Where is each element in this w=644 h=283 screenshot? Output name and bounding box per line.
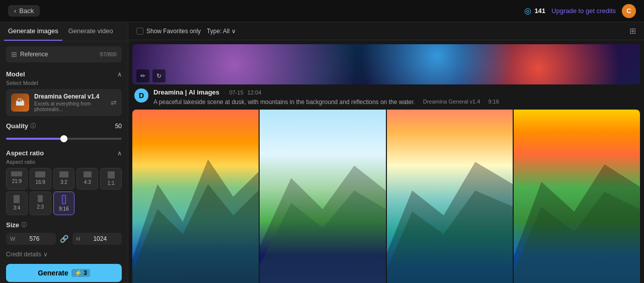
- post-separator: ·: [223, 88, 225, 96]
- aspect-ratio-toggle-icon[interactable]: ∧: [117, 150, 122, 157]
- post-duration: 9:16: [488, 99, 499, 105]
- content-area: Show Favorites only Type: All ∨ ⊞ ✏ ↻: [128, 22, 644, 283]
- svg-marker-7: [514, 192, 640, 283]
- aspect-1-1[interactable]: 1:1: [100, 168, 122, 190]
- aspect-2-3[interactable]: 2:3: [30, 192, 51, 215]
- post-description-row: A peaceful lakeside scene at dusk, with …: [153, 97, 638, 107]
- back-label: Back: [19, 7, 34, 15]
- type-filter-label: Type: All: [207, 28, 229, 35]
- post-avatar-initial: D: [139, 91, 144, 100]
- reference-count: 97/800: [100, 51, 117, 57]
- aspect-4-3[interactable]: 4:3: [76, 168, 98, 190]
- credit-details[interactable]: Credit details ∨: [0, 249, 128, 262]
- post-avatar: D: [134, 88, 148, 103]
- quality-section: Quality ⓘ 50: [0, 120, 128, 145]
- size-info-icon: ⓘ: [21, 221, 27, 229]
- model-desc: Excels at everything from photorealis...: [34, 101, 106, 112]
- reference-icon: ⊞: [11, 50, 17, 58]
- model-card[interactable]: 🏔 Dreamina General v1.4 Excels at everyt…: [6, 89, 122, 116]
- header: ‹ Back ◎ 141 Upgrade to get credits C: [0, 0, 644, 22]
- aspect-grid: 21:9 16:9 3:2 4:3 1:1: [6, 168, 122, 215]
- reference-section: ⊞ Reference 97/800: [0, 41, 128, 66]
- show-favorites-filter[interactable]: Show Favorites only: [136, 28, 201, 35]
- model-section-header: Model ∧: [0, 66, 128, 80]
- image-cell-1[interactable]: [132, 110, 259, 283]
- image-cell-3[interactable]: [387, 110, 513, 283]
- image-1: [132, 110, 259, 283]
- quality-info-icon: ⓘ: [30, 122, 36, 130]
- select-model-label: Select Model: [0, 80, 128, 89]
- credit-details-label: Credit details: [6, 251, 41, 258]
- upgrade-link[interactable]: Upgrade to get credits: [551, 7, 616, 15]
- banner-edit-button[interactable]: ✏: [136, 69, 149, 82]
- post-date: 07-15: [229, 89, 244, 96]
- credits-count: 141: [534, 7, 545, 15]
- model-name: Dreamina General v1.4: [34, 93, 106, 100]
- aspect-3-2[interactable]: 3:2: [53, 168, 75, 190]
- banner-refresh-button[interactable]: ↻: [152, 69, 166, 82]
- post-time: 12:04: [248, 89, 262, 96]
- post-author: Dreamina | AI images: [153, 88, 219, 96]
- quality-label: Quality ⓘ: [6, 122, 36, 130]
- grid-view-icon[interactable]: ⊞: [629, 27, 636, 35]
- generate-label: Generate: [38, 269, 68, 277]
- tab-generate-images[interactable]: Generate images: [4, 22, 62, 41]
- link-icon[interactable]: 🔗: [58, 235, 70, 243]
- height-input[interactable]: [82, 235, 118, 242]
- height-label: H: [76, 236, 80, 242]
- favorites-checkbox[interactable]: [136, 28, 143, 35]
- size-height-wrap: H: [72, 233, 122, 245]
- size-label: Size ⓘ: [6, 221, 122, 229]
- aspect-ratio-section-header: Aspect ratio ∧: [0, 145, 128, 159]
- aspect-sublabel: Aspect ratio: [6, 159, 122, 165]
- credits-info: ◎ 141: [524, 6, 545, 16]
- model-section-label: Model: [6, 70, 25, 78]
- size-section: Size ⓘ W 🔗 H: [0, 221, 128, 249]
- quality-header: Quality ⓘ 50: [6, 122, 122, 130]
- sidebar: Generate images Generate video ⊞ Referen…: [0, 22, 128, 283]
- aspect-9-16[interactable]: 9:16: [53, 192, 75, 215]
- back-button[interactable]: ‹ Back: [8, 5, 40, 17]
- content-toolbar: Show Favorites only Type: All ∨ ⊞: [128, 22, 644, 40]
- toolbar-right: ⊞: [629, 26, 636, 36]
- size-inputs: W 🔗 H: [6, 233, 122, 245]
- aspect-3-4[interactable]: 3:4: [6, 192, 28, 215]
- show-favorites-label: Show Favorites only: [146, 28, 201, 35]
- image-3: [387, 110, 513, 283]
- image-grid: HD ✏ ⌖ ⊞ ⊟ Download: [132, 110, 640, 283]
- model-info: Dreamina General v1.4 Excels at everythi…: [34, 93, 106, 112]
- scroll-content: ✏ ↻ D Dreamina | AI images · 07-15 1: [128, 40, 644, 283]
- quality-slider[interactable]: [6, 138, 122, 140]
- image-4: [514, 110, 640, 283]
- image-cell-4[interactable]: [514, 110, 640, 283]
- post-meta: Dreamina | AI images · 07-15 12:04 A pea…: [153, 88, 638, 107]
- svg-marker-5: [387, 191, 513, 283]
- size-width-wrap: W: [6, 233, 56, 245]
- generate-icon: ⚡: [74, 269, 82, 276]
- image-cell-2[interactable]: [260, 110, 386, 283]
- reference-box[interactable]: ⊞ Reference 97/800: [6, 46, 122, 62]
- user-avatar[interactable]: C: [622, 4, 636, 18]
- model-thumbnail: 🏔: [11, 93, 29, 112]
- type-filter[interactable]: Type: All ∨: [207, 28, 236, 35]
- image-2: [260, 110, 386, 283]
- reference-label: Reference: [20, 51, 48, 58]
- back-chevron-icon: ‹: [14, 7, 16, 15]
- aspect-ratio-label: Aspect ratio: [6, 149, 44, 157]
- svg-marker-3: [260, 191, 386, 283]
- post-model-tag: Dreamina General v1.4: [423, 99, 480, 105]
- tab-generate-video[interactable]: Generate video: [64, 22, 117, 41]
- width-label: W: [10, 236, 15, 242]
- generation-block: D Dreamina | AI images · 07-15 12:04 A p…: [132, 88, 640, 283]
- generate-button[interactable]: Generate ⚡ 3: [6, 264, 122, 282]
- aspect-16-9[interactable]: 16:9: [30, 168, 51, 190]
- post-author-row: Dreamina | AI images · 07-15 12:04: [153, 88, 638, 96]
- model-toggle-icon[interactable]: ∧: [117, 71, 122, 78]
- model-adjust-icon[interactable]: ⇄: [111, 99, 117, 107]
- banner-actions: ✏ ↻: [136, 69, 166, 82]
- credit-details-chevron: ∨: [43, 251, 48, 258]
- header-right: ◎ 141 Upgrade to get credits C: [524, 4, 636, 18]
- width-input[interactable]: [17, 235, 51, 242]
- type-filter-chevron: ∨: [231, 28, 236, 35]
- aspect-21-9[interactable]: 21:9: [6, 168, 28, 190]
